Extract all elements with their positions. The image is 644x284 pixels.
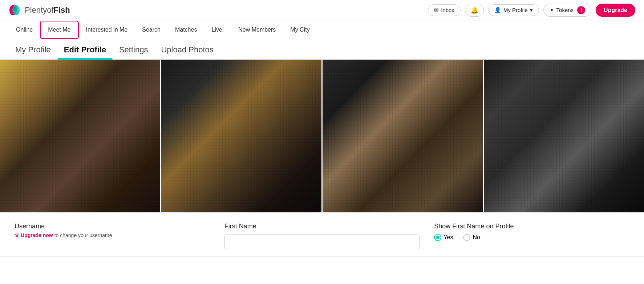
notifications-button[interactable]: 🔔 (465, 4, 484, 17)
username-field-col: Username ♛ Upgrade now to change your us… (15, 223, 224, 249)
firstname-label: First Name (224, 223, 420, 230)
nav-item-matches[interactable]: Matches (168, 21, 204, 38)
firstname-input[interactable] (224, 235, 420, 249)
show-firstname-label: Show First Name on Profile (434, 223, 629, 230)
profile-icon: 👤 (494, 7, 501, 13)
nav-item-online[interactable]: Online (9, 21, 40, 38)
username-label: Username (15, 223, 210, 230)
nav-item-my-city[interactable]: My City (283, 21, 317, 38)
subnav-settings[interactable]: Settings (113, 41, 155, 59)
my-profile-button[interactable]: 👤 My Profile ▾ (488, 4, 539, 16)
photo-cell-4 (483, 60, 644, 212)
radio-yes-label: Yes (443, 234, 453, 241)
radio-no-label: No (473, 234, 480, 241)
my-profile-label: My Profile (503, 7, 528, 13)
photo-cell-3 (321, 60, 483, 212)
username-sublabel: ♛ Upgrade now to change your username (15, 232, 210, 238)
inbox-icon: ✉ (434, 7, 439, 13)
crown-icon: ♛ (15, 232, 19, 238)
nav-item-new-members[interactable]: New Members (231, 21, 283, 38)
tokens-badge: ! (577, 6, 585, 14)
tokens-button[interactable]: ✦ Tokens ! (543, 4, 592, 17)
subnav-edit-profile[interactable]: Edit Profile (57, 41, 113, 59)
show-firstname-col: Show First Name on Profile Yes No (434, 223, 629, 249)
main-nav: Online Meet Me Interested in Me Search M… (0, 20, 644, 39)
nav-item-search[interactable]: Search (135, 21, 168, 38)
svg-point-2 (12, 4, 17, 11)
show-firstname-radio-group: Yes No (434, 234, 629, 241)
firstname-field-col: First Name (224, 223, 434, 249)
nav-item-meet-me[interactable]: Meet Me (40, 21, 78, 39)
photo-cell-1 (0, 60, 160, 212)
radio-no-indicator (463, 234, 470, 241)
edit-profile-form: Username ♛ Upgrade now to change your us… (0, 212, 644, 257)
tokens-label: Tokens (556, 7, 574, 13)
bell-icon: 🔔 (470, 7, 478, 14)
inbox-label: Inbox (441, 7, 454, 13)
inbox-button[interactable]: ✉ Inbox (428, 4, 461, 16)
username-sublabel-suffix: to change your username (54, 232, 112, 238)
photo-cell-2 (160, 60, 321, 212)
star-icon: ✦ (550, 7, 554, 13)
upgrade-button[interactable]: Upgrade (596, 4, 635, 17)
logo-text: PlentyofFish (25, 5, 70, 15)
photo-strip (0, 60, 644, 212)
radio-yes-option[interactable]: Yes (434, 234, 453, 241)
radio-yes-indicator (434, 234, 441, 241)
profile-subnav: My Profile Edit Profile Settings Upload … (0, 39, 644, 60)
subnav-upload-photos[interactable]: Upload Photos (154, 41, 220, 59)
logo[interactable]: PlentyofFish (9, 4, 70, 17)
header-right: ✉ Inbox 🔔 👤 My Profile ▾ ✦ Tokens ! Upgr… (428, 4, 635, 17)
upgrade-now-link[interactable]: Upgrade now (21, 232, 53, 238)
nav-item-interested[interactable]: Interested in Me (79, 21, 135, 38)
subnav-my-profile[interactable]: My Profile (9, 41, 57, 59)
chevron-down-icon: ▾ (530, 7, 533, 13)
logo-icon (9, 4, 22, 17)
header: PlentyofFish ✉ Inbox 🔔 👤 My Profile ▾ ✦ … (0, 0, 644, 20)
nav-item-live[interactable]: Live! (204, 21, 231, 38)
radio-no-option[interactable]: No (463, 234, 480, 241)
